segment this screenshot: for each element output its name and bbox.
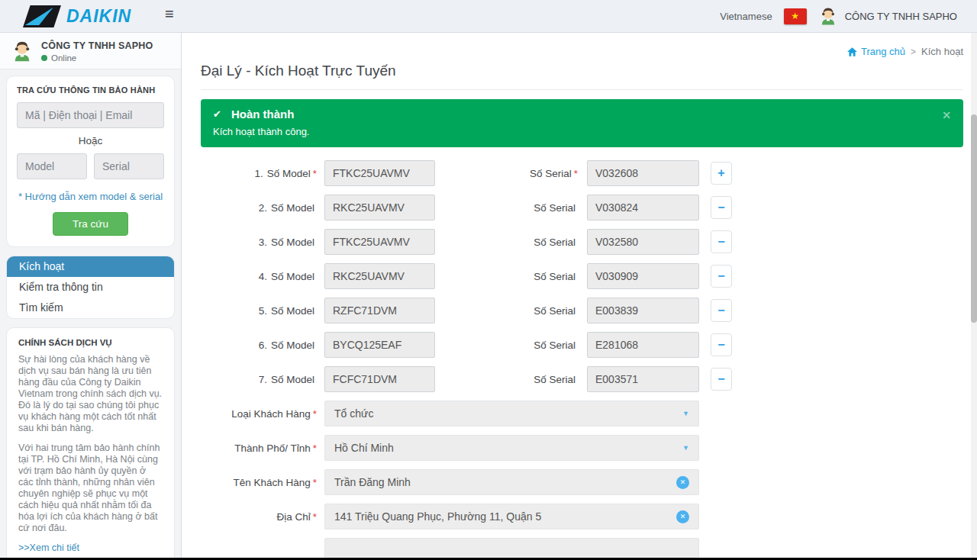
alert-title: Hoàn thành bbox=[231, 108, 295, 121]
clear-field-icon[interactable]: ✕ bbox=[676, 476, 689, 489]
brand-text: DAIKIN bbox=[66, 6, 131, 27]
model-serial-row: 1.Số Model* Số Serial* + bbox=[201, 160, 963, 186]
scrollbar-thumb[interactable] bbox=[971, 114, 977, 323]
city-value: Hồ Chí Minh bbox=[334, 442, 394, 454]
model-label-text: Số Model bbox=[267, 168, 311, 179]
serial-label-text: Số Serial bbox=[534, 271, 576, 282]
sidebar-menu-item[interactable]: Kích hoạt bbox=[7, 256, 174, 277]
serial-input[interactable] bbox=[587, 229, 699, 255]
model-label-text: Số Model bbox=[271, 202, 314, 214]
required-mark: * bbox=[313, 168, 317, 179]
customer-type-value: Tổ chức bbox=[334, 407, 373, 420]
remove-row-button[interactable]: − bbox=[711, 196, 732, 219]
clear-field-icon[interactable]: ✕ bbox=[676, 510, 689, 523]
model-serial-row: 5.Số Model Số Serial − bbox=[201, 298, 963, 323]
policy-title: CHÍNH SÁCH DỊCH VỤ bbox=[18, 338, 163, 347]
model-input[interactable] bbox=[324, 263, 435, 289]
sidebar-menu-item[interactable]: Tìm kiếm bbox=[7, 298, 174, 318]
serial-input[interactable] bbox=[587, 160, 699, 186]
serial-label: Số Serial bbox=[435, 340, 578, 351]
breadcrumb-home-link[interactable]: Trang chủ bbox=[847, 46, 905, 57]
user-avatar bbox=[818, 6, 838, 26]
customer-type-select[interactable]: Tổ chức ▼ bbox=[324, 401, 699, 426]
main-content: Trang chủ > Kích hoạt Đại Lý - Kích Hoạt… bbox=[182, 33, 977, 560]
serial-label-text: Số Serial bbox=[530, 168, 572, 179]
serial-input[interactable] bbox=[587, 263, 699, 289]
row-number: 4. bbox=[259, 271, 267, 282]
customer-name-row: Tên Khách Hàng* Trần Đăng Minh ✕ bbox=[201, 469, 963, 495]
sidebar-user-info: CÔNG TY TNHH SAPHO Online bbox=[41, 40, 153, 63]
model-serial-guide-link[interactable]: * Hướng dẫn xem model & serial bbox=[17, 191, 164, 202]
user-avatar bbox=[11, 40, 34, 63]
language-selector[interactable]: Vietnamese bbox=[720, 11, 772, 22]
required-mark: * bbox=[574, 168, 578, 179]
model-label: 4.Số Model bbox=[201, 271, 317, 282]
customer-name-value: Trần Đăng Minh bbox=[334, 476, 411, 488]
model-label: 3.Số Model bbox=[201, 237, 317, 248]
model-serial-row: 4.Số Model Số Serial − bbox=[201, 263, 963, 289]
model-input[interactable] bbox=[324, 195, 435, 220]
topbar-user-menu[interactable]: CÔNG TY TNHH SAPHO bbox=[818, 6, 957, 26]
serial-label: Số Serial bbox=[435, 202, 578, 214]
serial-input[interactable] bbox=[587, 366, 699, 392]
address-field[interactable]: 141 Triệu Quang Phục, Phường 11, Quận 5 … bbox=[324, 504, 699, 529]
address-value: 141 Triệu Quang Phục, Phường 11, Quận 5 bbox=[334, 510, 541, 523]
model-input[interactable] bbox=[324, 229, 435, 255]
customer-type-label: Loại Khách Hàng* bbox=[201, 408, 317, 420]
policy-link[interactable]: >>Xem chi tiết bbox=[18, 542, 163, 553]
model-label-text: Số Model bbox=[271, 305, 314, 317]
topbar: DAIKIN ≡ Vietnamese ★ CÔNG TY TNHH SAPHO bbox=[0, 0, 977, 33]
sidebar-menu-item[interactable]: Kiểm tra thông tin bbox=[7, 277, 174, 298]
remove-row-button[interactable]: − bbox=[711, 333, 732, 356]
alert-title-row: ✔ Hoàn thành bbox=[213, 108, 951, 121]
serial-input[interactable] bbox=[587, 332, 699, 358]
model-input[interactable] bbox=[324, 332, 435, 358]
sidebar: CÔNG TY TNHH SAPHO Online TRA CỨU THÔNG … bbox=[0, 33, 182, 560]
vietnam-flag-icon[interactable]: ★ bbox=[784, 8, 807, 24]
daikin-logo[interactable]: DAIKIN bbox=[23, 5, 131, 27]
lookup-code-input[interactable] bbox=[17, 102, 164, 128]
breadcrumb: Trang chủ > Kích hoạt bbox=[201, 33, 963, 57]
row-number: 5. bbox=[259, 305, 267, 317]
shell: CÔNG TY TNHH SAPHO Online TRA CỨU THÔNG … bbox=[0, 33, 977, 560]
model-input[interactable] bbox=[324, 160, 435, 186]
remove-row-button[interactable]: − bbox=[711, 299, 732, 322]
or-label: Hoặc bbox=[17, 135, 164, 146]
city-label: Thành Phố/ Tỉnh* bbox=[201, 443, 317, 454]
city-select[interactable]: Hồ Chí Minh ▼ bbox=[324, 435, 699, 461]
page-title: Đại Lý - Kích Hoạt Trực Tuyến bbox=[201, 63, 963, 90]
remove-row-button[interactable]: − bbox=[711, 368, 732, 391]
lookup-model-input[interactable] bbox=[17, 153, 87, 179]
serial-input[interactable] bbox=[587, 195, 699, 220]
remove-row-button[interactable]: − bbox=[711, 230, 732, 253]
lookup-serial-input[interactable] bbox=[94, 153, 164, 179]
model-input[interactable] bbox=[324, 366, 435, 392]
serial-label-text: Số Serial bbox=[534, 374, 576, 385]
serial-input[interactable] bbox=[587, 298, 699, 323]
home-icon bbox=[847, 47, 857, 56]
row-number: 3. bbox=[259, 237, 267, 248]
required-mark: * bbox=[313, 443, 317, 454]
model-label-text: Số Model bbox=[271, 271, 314, 282]
service-policy-card: CHÍNH SÁCH DỊCH VỤ Sự hài lòng của khách… bbox=[6, 327, 175, 560]
model-label: 1.Số Model* bbox=[201, 168, 317, 179]
warranty-lookup-card: TRA CỨU THÔNG TIN BẢO HÀNH Hoặc * Hướng … bbox=[6, 76, 175, 247]
customer-name-field[interactable]: Trần Đăng Minh ✕ bbox=[324, 469, 699, 495]
row-action-icon: − bbox=[717, 373, 724, 385]
hamburger-menu-icon[interactable]: ≡ bbox=[165, 6, 174, 21]
page-scrollbar[interactable] bbox=[971, 33, 977, 560]
lookup-submit-button[interactable]: Tra cứu bbox=[53, 212, 128, 236]
model-serial-inputs bbox=[17, 153, 164, 179]
add-row-button[interactable]: + bbox=[711, 162, 732, 185]
model-label: 2.Số Model bbox=[201, 202, 317, 214]
check-icon: ✔ bbox=[213, 108, 221, 120]
serial-label-text: Số Serial bbox=[534, 305, 576, 317]
model-label-text: Số Model bbox=[271, 237, 314, 248]
alert-close-button[interactable]: ✕ bbox=[942, 109, 951, 121]
daikin-logo-mark bbox=[23, 5, 61, 27]
partial-next-field[interactable] bbox=[324, 538, 699, 560]
remove-row-button[interactable]: − bbox=[711, 265, 732, 288]
model-serial-row: 7.Số Model Số Serial − bbox=[201, 366, 963, 392]
sidebar-user-name: CÔNG TY TNHH SAPHO bbox=[41, 40, 153, 51]
model-input[interactable] bbox=[324, 298, 435, 323]
